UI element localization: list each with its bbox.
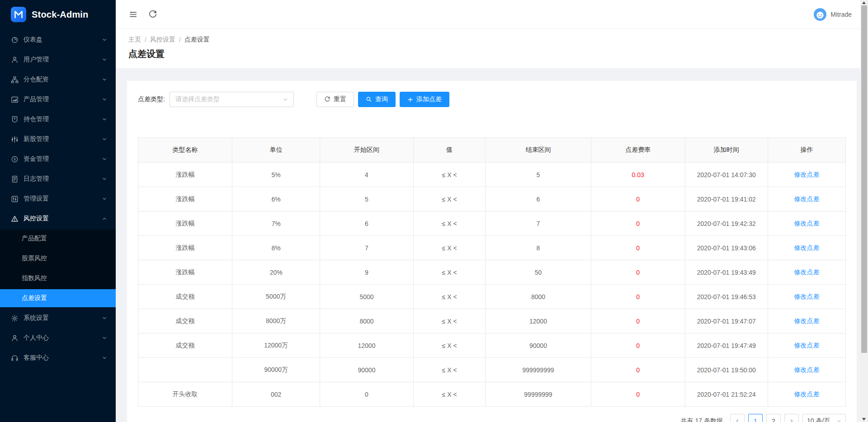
sidebar-item-new-stock-management[interactable]: 新股管理 — [0, 130, 116, 148]
cell-start-range: 5000 — [320, 285, 414, 309]
chevron-down-icon — [837, 419, 841, 422]
cell-add-time: 2020-07-01 19:41:02 — [685, 187, 768, 211]
sidebar: Stock-Admin 仪表盘 用户管理 分 — [0, 0, 116, 422]
cell-add-time: 2020-07-01 21:52:24 — [685, 382, 768, 407]
col-actions: 操作 — [768, 138, 845, 163]
chevron-down-icon — [102, 157, 107, 161]
pagination-next-button[interactable] — [784, 414, 799, 422]
col-start-range: 开始区间 — [320, 138, 414, 163]
search-button[interactable]: 查询 — [358, 92, 396, 107]
cell-type-name: 涨跌幅 — [138, 236, 232, 260]
sidebar-item-product-management[interactable]: 产品管理 — [0, 90, 116, 108]
screen: Stock-Admin 仪表盘 用户管理 分 — [0, 0, 868, 422]
pagination-prev-button[interactable] — [730, 414, 745, 422]
sidebar-item-product-config[interactable]: 产品配置 — [0, 230, 116, 248]
menu-fold-icon[interactable] — [128, 10, 137, 19]
cell-start-range: 7 — [320, 236, 414, 260]
breadcrumb-home[interactable]: 主页 — [128, 36, 141, 44]
chevron-down-icon — [102, 77, 107, 82]
user-menu[interactable]: Mitrade — [814, 8, 852, 21]
pagination-page-2[interactable]: 2 — [766, 414, 781, 422]
cell-spread-rate: 0 — [591, 187, 685, 211]
cell-end-range: 7 — [486, 211, 591, 236]
cell-unit: 20% — [232, 260, 320, 285]
sidebar-item-customer-service[interactable]: 客服中心 — [0, 349, 116, 367]
cell-actions: 修改点差 — [768, 211, 845, 236]
cell-start-range: 8000 — [320, 309, 414, 333]
page-title: 点差设置 — [128, 48, 855, 60]
cell-actions: 修改点差 — [768, 309, 845, 333]
pagination-page-1[interactable]: 1 — [748, 414, 763, 422]
table-row: 涨跌幅 5% 4 ≤ X < 5 0.03 2020-07-01 14:07:3… — [138, 163, 846, 187]
sidebar-item-admin-settings[interactable]: 管理设置 — [0, 190, 116, 208]
cell-start-range: 12000 — [320, 333, 414, 358]
user-icon — [11, 56, 19, 64]
cell-value: ≤ X < — [413, 285, 486, 309]
position-badge-icon: ¥ — [11, 116, 19, 123]
chevron-down-icon — [102, 57, 107, 62]
add-spread-button[interactable]: 添加点差 — [400, 92, 449, 107]
sidebar-item-fund-management[interactable]: $ 资金管理 — [0, 150, 116, 168]
edit-spread-link[interactable]: 修改点差 — [794, 366, 819, 373]
sidebar-item-spread-settings[interactable]: 点差设置 — [0, 289, 116, 307]
search-icon — [366, 96, 372, 103]
sidebar-item-log-management[interactable]: 日志管理 — [0, 170, 116, 188]
sidebar-item-warehouse-allocation[interactable]: 分仓配资 — [0, 70, 116, 89]
sidebar-item-index-risk[interactable]: 指数风控 — [0, 269, 116, 287]
sidebar-item-personal-center[interactable]: 个人中心 — [0, 329, 116, 347]
scrollbar-down-arrow[interactable] — [860, 417, 868, 422]
sidebar-item-system-settings[interactable]: 系统设置 — [0, 309, 116, 327]
edit-spread-link[interactable]: 修改点差 — [794, 390, 819, 398]
app-logo: Stock-Admin — [0, 0, 116, 29]
scrollbar-thumb[interactable] — [861, 5, 867, 353]
cell-unit: 5000万 — [232, 285, 320, 309]
edit-spread-link[interactable]: 修改点差 — [794, 220, 819, 227]
main-scrollbar[interactable] — [860, 0, 868, 422]
headset-icon — [11, 354, 19, 362]
cell-add-time: 2020-07-01 19:43:49 — [685, 260, 768, 285]
cell-end-range: 90000 — [486, 333, 591, 358]
edit-spread-link[interactable]: 修改点差 — [794, 195, 819, 202]
scrollbar-up-arrow[interactable] — [860, 0, 868, 5]
cell-spread-rate: 0 — [591, 382, 685, 407]
filter-bar: 点差类型: 请选择点差类型 重置 查询 — [138, 92, 846, 107]
edit-spread-link[interactable]: 修改点差 — [794, 317, 819, 324]
reload-icon[interactable] — [148, 10, 157, 19]
cell-actions: 修改点差 — [768, 358, 845, 382]
breadcrumb-risk-control[interactable]: 风控设置 — [150, 36, 175, 44]
table-header-row: 类型名称 单位 开始区间 值 结束区间 点差费率 添加时间 操作 — [138, 138, 846, 163]
sidebar-item-stock-risk[interactable]: 股票风控 — [0, 249, 116, 267]
sidebar-menu: 仪表盘 用户管理 分仓配资 产品管 — [0, 31, 116, 367]
edit-spread-link[interactable]: 修改点差 — [794, 268, 819, 276]
cell-type-name: 涨跌幅 — [138, 187, 232, 211]
cell-unit: 7% — [232, 211, 320, 236]
sidebar-item-user-management[interactable]: 用户管理 — [0, 51, 116, 69]
edit-spread-link[interactable]: 修改点差 — [794, 293, 819, 300]
user-avatar — [814, 8, 826, 21]
reset-button[interactable]: 重置 — [316, 92, 354, 107]
edit-spread-link[interactable]: 修改点差 — [794, 244, 819, 251]
cell-value: ≤ X < — [413, 260, 486, 285]
chevron-down-icon — [102, 137, 107, 141]
cell-start-range: 6 — [320, 211, 414, 236]
chevron-down-icon — [102, 316, 107, 320]
cell-add-time: 2020-07-01 19:47:07 — [685, 309, 768, 333]
table-row: 开头收取 002 0 ≤ X < 99999999 0 2020-07-01 2… — [138, 382, 846, 407]
sidebar-item-dashboard[interactable]: 仪表盘 — [0, 31, 116, 49]
table-row: 涨跌幅 8% 7 ≤ X < 8 0 2020-07-01 19:43:06 修… — [138, 236, 846, 260]
page-size-select[interactable]: 10 条/页 — [802, 414, 846, 422]
edit-spread-link[interactable]: 修改点差 — [794, 171, 819, 178]
cell-add-time: 2020-07-01 19:42:32 — [685, 211, 768, 236]
cell-actions: 修改点差 — [768, 260, 845, 285]
cell-spread-rate: 0 — [591, 260, 685, 285]
breadcrumb-separator: / — [145, 36, 146, 43]
cell-unit: 90000万 — [232, 358, 320, 382]
sidebar-item-risk-control-settings[interactable]: 风控设置 — [0, 210, 116, 228]
spread-type-select[interactable]: 请选择点差类型 — [170, 92, 294, 107]
sidebar-item-position-management[interactable]: ¥ 持仓管理 — [0, 110, 116, 128]
col-type-name: 类型名称 — [138, 138, 232, 163]
main-area: Mitrade 主页 / 风控设置 / 点差设置 点差设置 点差类型: 请选择点… — [116, 0, 868, 422]
chevron-down-icon — [102, 38, 107, 42]
cell-end-range: 6 — [486, 187, 591, 211]
edit-spread-link[interactable]: 修改点差 — [794, 342, 819, 349]
